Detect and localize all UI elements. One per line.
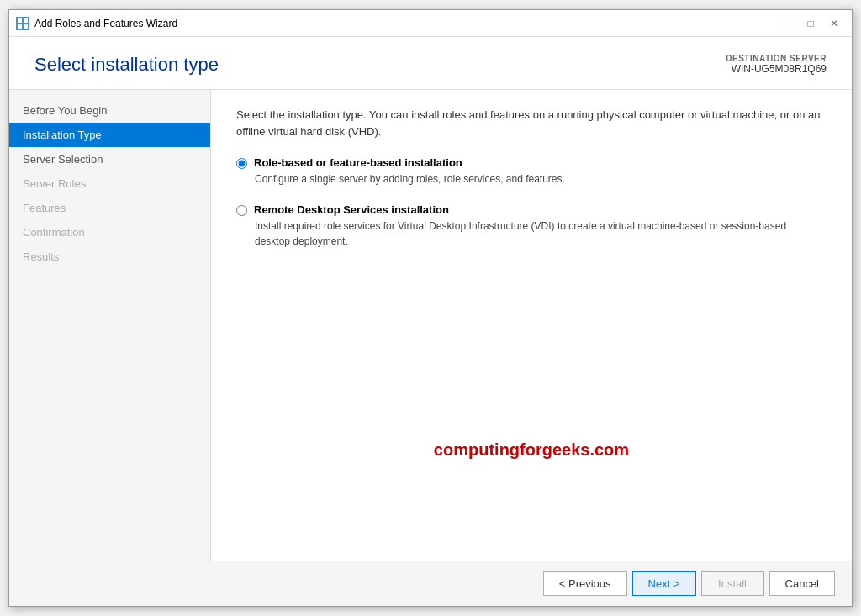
wizard-window: Add Roles and Features Wizard ─ □ ✕ Sele… [8, 9, 853, 607]
sidebar-item-server-selection[interactable]: Server Selection [9, 147, 210, 171]
option-role-based-desc: Configure a single server by adding role… [255, 171, 810, 187]
option-remote-desktop: Remote Desktop Services installation Ins… [236, 203, 827, 249]
next-button[interactable]: Next > [632, 571, 696, 596]
content-area: Select the installation type. You can in… [211, 90, 852, 561]
watermark: computingforgeeks.com [434, 440, 629, 460]
wizard-footer: < Previous Next > Install Cancel [9, 561, 852, 606]
svg-rect-0 [18, 18, 22, 23]
sidebar-item-results: Results [9, 245, 210, 269]
option-role-based: Role-based or feature-based installation… [236, 156, 827, 187]
option-role-based-title: Role-based or feature-based installation [254, 156, 462, 169]
sidebar: Before You Begin Installation Type Serve… [9, 90, 211, 561]
sidebar-item-installation-type[interactable]: Installation Type [9, 123, 210, 147]
sidebar-item-features: Features [9, 196, 210, 220]
option-remote-desktop-desc: Install required role services for Virtu… [255, 218, 810, 249]
wizard-header: Select installation type DESTINATION SER… [9, 37, 852, 90]
window-title: Add Roles and Features Wizard [34, 18, 177, 29]
title-bar: Add Roles and Features Wizard ─ □ ✕ [9, 10, 852, 37]
svg-rect-3 [24, 24, 28, 29]
minimize-button[interactable]: ─ [776, 15, 798, 32]
title-bar-left: Add Roles and Features Wizard [16, 17, 177, 30]
previous-button[interactable]: < Previous [543, 571, 627, 596]
svg-rect-1 [24, 18, 28, 23]
option-role-based-radio[interactable] [236, 158, 247, 169]
destination-label: DESTINATION SERVER [726, 54, 827, 63]
close-button[interactable]: ✕ [823, 15, 845, 32]
installation-options: Role-based or feature-based installation… [236, 156, 827, 249]
option-remote-desktop-radio[interactable] [236, 205, 247, 216]
option-remote-desktop-label[interactable]: Remote Desktop Services installation [236, 203, 827, 216]
sidebar-item-confirmation: Confirmation [9, 220, 210, 245]
option-role-based-label[interactable]: Role-based or feature-based installation [236, 156, 827, 169]
app-icon [16, 17, 29, 30]
install-button[interactable]: Install [701, 571, 764, 596]
content-description: Select the installation type. You can in… [236, 107, 825, 140]
destination-value: WIN-UG5M08R1Q69 [726, 63, 827, 75]
option-remote-desktop-title: Remote Desktop Services installation [254, 203, 449, 216]
destination-server: DESTINATION SERVER WIN-UG5M08R1Q69 [726, 54, 827, 75]
title-bar-controls: ─ □ ✕ [776, 15, 845, 32]
svg-rect-2 [18, 24, 22, 29]
sidebar-item-server-roles: Server Roles [9, 171, 210, 196]
wizard-body: Before You Begin Installation Type Serve… [9, 90, 852, 561]
wizard-title: Select installation type [34, 54, 219, 76]
maximize-button[interactable]: □ [800, 15, 821, 32]
sidebar-item-before-you-begin[interactable]: Before You Begin [9, 98, 210, 123]
cancel-button[interactable]: Cancel [769, 571, 835, 596]
